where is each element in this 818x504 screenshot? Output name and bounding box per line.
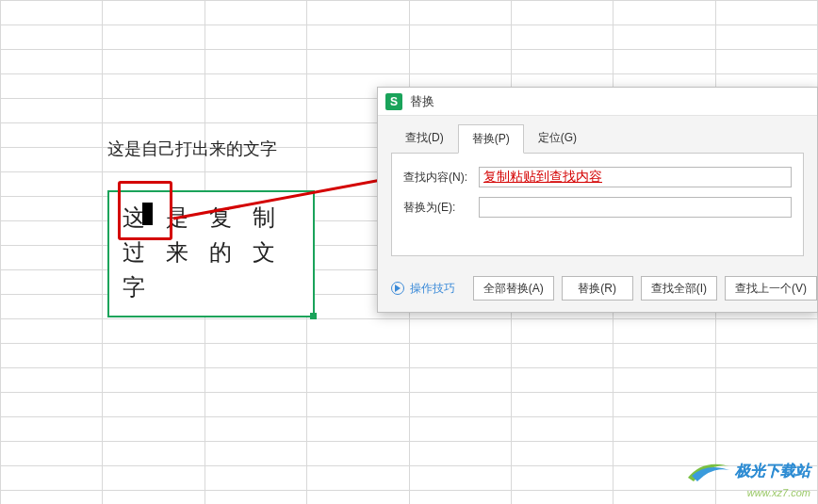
watermark-swoosh-icon (686, 457, 731, 485)
find-prev-button[interactable]: 查找上一个(V) (725, 276, 817, 301)
replace-button[interactable]: 替换(R) (562, 276, 633, 301)
annotation-highlight-rect (118, 181, 172, 240)
tab-replace[interactable]: 替换(P) (458, 124, 524, 154)
wps-spreadsheet-icon: S (385, 93, 402, 110)
tab-find[interactable]: 查找(D) (391, 123, 458, 153)
replace-with-label: 替换为(E): (403, 200, 479, 216)
play-circle-icon (391, 282, 404, 295)
find-content-input[interactable] (479, 167, 792, 187)
find-content-label: 查找内容(N): (403, 170, 479, 186)
watermark-url: www.xz7.com (747, 487, 810, 498)
watermark: 极光下载站 www.xz7.com (686, 457, 810, 498)
pasted-line-1b: 是复制 (166, 204, 296, 230)
find-replace-dialog: S 替换 查找(D) 替换(P) 定位(G) 查找内容(N): 替换为(E): … (377, 87, 818, 313)
replace-with-input[interactable] (479, 197, 792, 218)
find-all-button[interactable]: 查找全部(I) (641, 276, 717, 301)
tips-label: 操作技巧 (410, 281, 455, 297)
pasted-line-3: 字 (123, 269, 300, 304)
tips-link[interactable]: 操作技巧 (391, 281, 455, 297)
dialog-title: 替换 (410, 93, 434, 110)
replace-all-button[interactable]: 全部替换(A) (473, 276, 554, 301)
dialog-body: 查找内容(N): 替换为(E): (391, 153, 804, 256)
dialog-footer: 操作技巧 全部替换(A) 替换(R) 查找全部(I) 查找上一个(V) (391, 276, 817, 301)
dialog-tabs: 查找(D) 替换(P) 定位(G) (378, 116, 817, 153)
dialog-titlebar[interactable]: S 替换 (378, 88, 817, 116)
watermark-brand: 极光下载站 (735, 462, 810, 481)
typed-text-cell[interactable]: 这是自己打出来的文字 (107, 138, 277, 160)
tab-goto[interactable]: 定位(G) (524, 123, 591, 153)
